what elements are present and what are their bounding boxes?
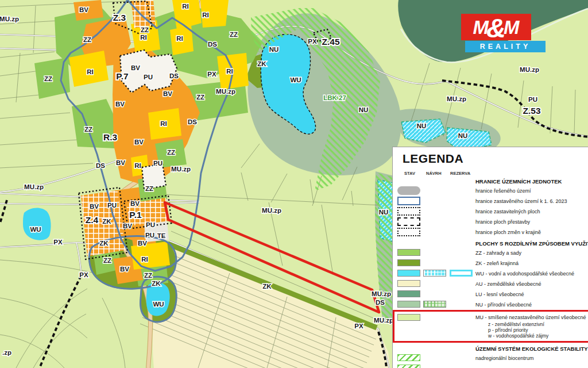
legend-row-label: NU - přírodní všeobecné <box>475 302 532 308</box>
legend-row: hranice zastavěného území k 1. 6. 2023 <box>393 196 588 206</box>
map-label: BV <box>123 223 132 229</box>
legend-swatch-stav <box>397 365 420 368</box>
legend-row-label: MU - smíšené nezastavěného území všeobec… <box>475 315 586 320</box>
map-label: NU <box>269 46 279 53</box>
map-label: P.7 <box>116 71 128 81</box>
map-label: PX <box>79 271 88 278</box>
map-label: RI <box>134 162 141 169</box>
map-label: ZK <box>262 283 272 290</box>
legend-row: AU - zemědělské všeobecné <box>393 279 588 289</box>
legend-swatch-stav <box>397 354 420 361</box>
map-label: BV <box>130 200 140 207</box>
map-label: RI <box>87 68 94 75</box>
legend-row <box>393 363 588 368</box>
map-label: BV <box>163 90 172 97</box>
map-label: Z.45 <box>322 37 339 47</box>
map-label: MU.zp <box>374 317 393 324</box>
map-label: ZZ <box>144 272 152 279</box>
map-label: PU <box>144 74 153 80</box>
legend-row: MU - smíšené nezastavěného území všeobec… <box>394 313 588 322</box>
map-label: DS <box>188 118 197 125</box>
map-label: ZZ <box>141 26 149 33</box>
legend-column-rezerva: REZERVA <box>450 171 470 176</box>
map-screenshot: MU.zpBVZ.3ZZRIRIRIZZRIZZDSNUZKPXZ.45WULB… <box>0 0 588 368</box>
map-label: MU.zp <box>262 207 281 214</box>
map-label: BV <box>79 6 88 13</box>
map-label: MU.zp <box>0 16 19 22</box>
map-label: Z.4 <box>86 215 99 225</box>
map-label: ZK <box>99 240 109 247</box>
legend-row-label: WU - vodní a vodohospodářské všeobecné <box>475 271 574 277</box>
legend-swatch-stav <box>397 270 420 277</box>
map-label: BV <box>134 139 144 145</box>
map-label: BV <box>115 101 125 108</box>
legend-row-label: ZZ - zahrady a sady <box>475 250 521 256</box>
map-label: ZZ <box>230 31 238 38</box>
map-label: RI <box>176 35 183 42</box>
legend-section-header: PLOCHY S ROZDÍLNÝM ZPŮSOBEM VYUŽITÍ <box>475 240 588 247</box>
legend-row: NU - přírodní všeobecné <box>393 300 588 310</box>
legend-swatch-stav <box>397 217 420 226</box>
legend-swatch-stav <box>397 186 420 195</box>
legend-row: hranice ploch přestavby <box>393 217 588 227</box>
map-label: PU <box>528 96 537 103</box>
legend-swatch-navrh <box>423 270 446 277</box>
map-label: MU.zp <box>372 290 391 297</box>
legend-row-label: ZK - zeleň krajinná <box>475 260 519 266</box>
legend-row: nadregionální biocentrum <box>393 353 588 363</box>
logo-mm: M&M <box>461 14 531 40</box>
legend-row: hranice ploch změn v krajině <box>393 227 588 237</box>
legend-swatch-stav <box>397 228 420 236</box>
map-label: BV <box>131 64 140 71</box>
legend-row: ZZ - zahrady a sady <box>393 248 588 258</box>
mm-reality-logo: M&M REALITY <box>461 14 546 52</box>
legend-swatch-stav <box>397 280 420 287</box>
map-label: DS <box>96 162 105 169</box>
legend-row-label: AU - zemědělské všeobecné <box>475 281 541 287</box>
map-label: NU <box>458 132 468 139</box>
legend-sub-row: w - vodohospodářské zájmy <box>394 334 588 339</box>
legend-row: hranice zastavitelných ploch <box>393 206 588 217</box>
map-label: RI <box>182 3 189 10</box>
map-label: DS <box>376 299 385 306</box>
legend-highlight-box: MU - smíšené nezastavěného území všeobec… <box>393 310 588 343</box>
map-label: ZZ <box>84 126 92 133</box>
map-label: ZK <box>257 60 266 67</box>
legend-row-label: hranice zastavitelných ploch <box>475 209 540 214</box>
map-label: RI <box>140 34 147 41</box>
map-label: Z.53 <box>523 106 540 116</box>
legend-row-label: hranice ploch změn v krajině <box>475 229 541 235</box>
legend-swatch-stav <box>397 259 420 266</box>
map-label: MU.zp <box>447 95 466 102</box>
legend-swatch-stav <box>397 207 420 216</box>
legend-section-header: HRANICE ÚZEMNÍCH JEDNOTEK <box>475 178 588 185</box>
legend-row: hranice řešeného území <box>393 186 588 196</box>
map-label: .zp <box>2 349 11 356</box>
legend-title: LEGENDA <box>403 152 463 166</box>
map-label: MU.zp <box>520 66 539 73</box>
legend-swatch-stav <box>397 314 420 321</box>
map-label: PU <box>107 202 117 209</box>
map-label: TE <box>157 232 166 239</box>
map-label: ZZ <box>83 36 91 43</box>
legend-column-navrh: NÁVRH <box>426 171 442 176</box>
legend-swatch-stav <box>397 249 420 256</box>
map-label: BV <box>90 203 99 210</box>
map-label: LBK 27 <box>323 94 346 101</box>
legend-sub-label: w - vodohospodářské zájmy <box>488 333 548 339</box>
legend-sub-label: z - zemědělství extenzivní <box>488 321 544 327</box>
map-label: MU.zp <box>24 183 44 190</box>
map-label: BV <box>116 159 125 166</box>
legend-sections: HRANICE ÚZEMNÍCH JEDNOTEKhranice řešenéh… <box>393 177 588 368</box>
map-label: BV <box>138 240 147 247</box>
map-label: RI <box>160 120 167 127</box>
legend-swatch-navrh <box>423 301 446 308</box>
map-label: ZZ <box>103 257 111 264</box>
map-label: WU <box>30 226 41 233</box>
map-label: BV <box>120 266 129 273</box>
map-label: R.3 <box>103 132 118 142</box>
map-label: MU.zp <box>171 166 191 172</box>
legend-row-label: hranice ploch přestavby <box>475 219 530 225</box>
legend-row-label: nadregionální biocentrum <box>475 355 534 361</box>
map-label: DS <box>169 72 179 79</box>
